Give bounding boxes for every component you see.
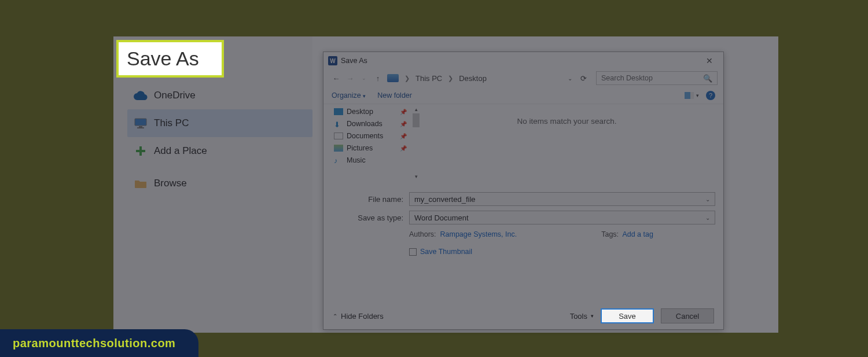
chevron-down-icon[interactable]: ⌄ (705, 196, 710, 203)
authors-value[interactable]: Rampage Systems, Inc. (440, 230, 517, 238)
cancel-button[interactable]: Cancel (661, 308, 714, 323)
file-name-field[interactable]: my_converted_file ⌄ (409, 192, 715, 206)
sidebar-item-add-place[interactable]: Add a Place (127, 137, 312, 165)
dialog-title: Save As (341, 57, 367, 65)
pin-icon: 📌 (400, 145, 407, 152)
sidebar-item-label: Add a Place (154, 145, 207, 157)
caret-down-icon: ▾ (363, 93, 366, 99)
watermark-text: paramounttechsolution.com (13, 337, 175, 350)
search-icon: 🔍 (703, 74, 712, 83)
organize-menu[interactable]: Organize ▾ (332, 91, 366, 100)
help-button[interactable]: ? (706, 91, 715, 100)
save-thumbnail-label[interactable]: Save Thumbnail (420, 248, 472, 256)
scroll-down-icon[interactable]: ▾ (415, 174, 418, 179)
file-list-area: No items match your search. (410, 104, 723, 189)
save-type-field[interactable]: Word Document ⌄ (409, 211, 715, 224)
breadcrumb-dropdown-icon[interactable]: ⌄ (563, 75, 577, 82)
caret-down-icon: ▾ (591, 313, 594, 319)
save-thumbnail-checkbox[interactable] (409, 248, 417, 256)
tree-item-music[interactable]: ♪ Music (334, 156, 410, 164)
folder-icon (127, 179, 154, 188)
search-box[interactable]: 🔍 (596, 71, 718, 85)
cloud-icon (127, 91, 154, 100)
tools-menu[interactable]: Tools ▾ (570, 312, 594, 321)
tags-label: Tags: (601, 230, 619, 238)
save-type-label: Save as type: (332, 214, 403, 222)
file-name-value: my_converted_file (414, 195, 476, 204)
caret-down-icon: ▾ (696, 93, 699, 98)
document-icon (334, 133, 343, 139)
tree-item-label: Music (347, 156, 366, 164)
word-app-icon: W (328, 56, 337, 65)
tree-item-desktop[interactable]: Desktop 📌 (334, 108, 410, 116)
new-folder-button[interactable]: New folder (377, 91, 412, 100)
up-button[interactable]: ↑ (371, 74, 385, 83)
music-icon: ♪ (334, 157, 343, 164)
svg-rect-0 (135, 119, 146, 126)
sidebar-item-onedrive[interactable]: OneDrive (127, 82, 312, 109)
view-icon (685, 92, 694, 99)
refresh-button[interactable]: ⟳ (577, 74, 590, 83)
tree-item-downloads[interactable]: ⬇ Downloads 📌 (334, 120, 410, 128)
drive-icon (387, 74, 399, 82)
sidebar-item-this-pc[interactable]: This PC (127, 109, 312, 137)
svg-rect-4 (136, 150, 145, 152)
tree-item-documents[interactable]: Documents 📌 (334, 132, 410, 140)
tree-item-label: Downloads (347, 120, 382, 128)
save-as-dialog: W Save As ✕ ← → ⌄ ↑ ❯ This PC ❯ Desktop … (323, 51, 724, 330)
pin-icon: 📌 (400, 133, 407, 139)
pin-icon: 📌 (400, 109, 407, 115)
svg-rect-1 (139, 126, 142, 127)
folder-tree: Desktop 📌 ⬇ Downloads 📌 Documents 📌 Pict… (323, 104, 410, 189)
file-name-label: File name: (332, 195, 403, 204)
back-button[interactable]: ← (329, 74, 343, 83)
tree-item-label: Documents (347, 132, 383, 140)
breadcrumb-segment[interactable]: This PC (415, 74, 442, 83)
forward-button: → (343, 74, 357, 83)
empty-state-text: No items match your search. (517, 117, 617, 126)
plus-icon (127, 145, 154, 157)
desktop-icon (334, 108, 343, 115)
sidebar-item-label: Browse (154, 178, 187, 189)
screenshot-canvas: Save As OneDrive This PC Add a Place (113, 36, 778, 333)
tree-item-label: Desktop (347, 108, 373, 116)
save-button[interactable]: Save (601, 308, 654, 323)
svg-rect-2 (137, 127, 144, 128)
tree-item-pictures[interactable]: Pictures 📌 (334, 144, 410, 152)
recent-dropdown-icon[interactable]: ⌄ (357, 75, 371, 81)
save-as-sidebar: Save As OneDrive This PC Add a Place (113, 36, 312, 333)
save-form: File name: my_converted_file ⌄ Save as t… (323, 189, 723, 256)
sidebar-item-label: OneDrive (154, 90, 196, 101)
hide-folders-toggle[interactable]: ⌃ Hide Folders (333, 312, 384, 321)
scroll-up-icon[interactable]: ▴ (415, 106, 418, 112)
caret-up-icon: ⌃ (333, 313, 337, 319)
close-button[interactable]: ✕ (700, 55, 719, 67)
breadcrumb[interactable]: ❯ This PC ❯ Desktop (387, 74, 487, 83)
view-menu[interactable]: ▾ (685, 92, 699, 99)
authors-label: Authors: (409, 230, 436, 238)
sidebar-item-label: This PC (154, 117, 189, 129)
pin-icon: 📌 (400, 121, 407, 127)
sidebar-item-browse[interactable]: Browse (127, 170, 312, 197)
chevron-right-icon: ❯ (448, 75, 453, 82)
page-title: Save As (119, 42, 222, 75)
search-input[interactable] (601, 74, 701, 82)
tags-value[interactable]: Add a tag (622, 230, 653, 238)
address-bar: ← → ⌄ ↑ ❯ This PC ❯ Desktop ⌄ ⟳ 🔍 (323, 69, 723, 87)
save-type-value: Word Document (414, 214, 469, 222)
tree-scrollbar[interactable]: ▴ ▾ (411, 106, 421, 179)
watermark-pill: paramounttechsolution.com (0, 329, 198, 357)
chevron-right-icon: ❯ (404, 75, 410, 82)
page-title-text: Save As (127, 47, 199, 70)
tree-item-label: Pictures (347, 144, 373, 152)
breadcrumb-segment[interactable]: Desktop (459, 74, 487, 83)
monitor-icon (127, 118, 154, 128)
scroll-thumb[interactable] (413, 113, 420, 127)
dialog-footer: ⌃ Hide Folders Tools ▾ Save Cancel (323, 303, 723, 329)
dialog-toolbar: Organize ▾ New folder ▾ ? (323, 87, 723, 104)
download-icon: ⬇ (334, 120, 343, 127)
picture-icon (334, 145, 343, 152)
chevron-down-icon[interactable]: ⌄ (705, 215, 710, 221)
